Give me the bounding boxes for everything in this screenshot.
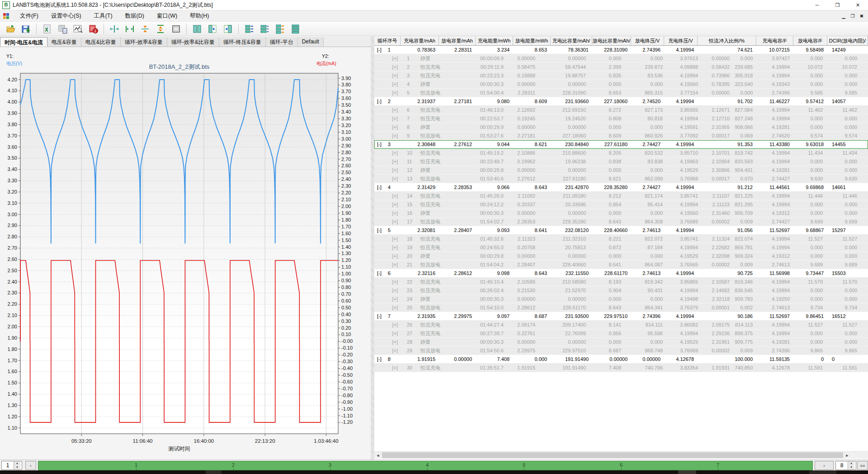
- menu-item[interactable]: 数据(D): [119, 11, 151, 21]
- mdi-minimize-button[interactable]: ▁: [839, 12, 848, 20]
- step-row-12[interactable]: [+]12静置00:00:29.80.000000.000000.0000.00…: [374, 166, 868, 175]
- column-header[interactable]: 放电容量/mAh: [439, 36, 476, 45]
- curve-inspect-icon[interactable]: [72, 23, 84, 35]
- scroll-left-icon[interactable]: ◄: [374, 452, 382, 459]
- expand-icon[interactable]: [+]: [374, 149, 401, 157]
- menu-item[interactable]: 设置中心(S): [45, 11, 88, 21]
- step-row-4[interactable]: [+]4静置00:00:30.30.000000.000000.0000.000…: [374, 80, 868, 89]
- expand-icon[interactable]: [+]: [374, 303, 401, 312]
- column-header[interactable]: 循环序号: [374, 36, 401, 45]
- column-header[interactable]: 充电能量/mWh: [476, 36, 513, 45]
- step-row-10[interactable]: [+]10恒流充电01:45:19.22.10886210.886008.205…: [374, 149, 868, 157]
- column-header[interactable]: 放电比容量/mAh/: [592, 36, 631, 45]
- cycle-row-1[interactable]: [-]10.783632.283113.2348.65378.36301228.…: [374, 46, 868, 54]
- tab-8[interactable]: Default: [298, 37, 324, 47]
- column-header[interactable]: 放电能量/mWh: [513, 36, 551, 45]
- expand-icon[interactable]: [+]: [374, 192, 401, 200]
- column-header[interactable]: 恒流冲入比例/%: [698, 36, 756, 45]
- column-header[interactable]: 放电电容/F: [793, 36, 827, 45]
- step-row-29[interactable]: [+]29恒流放电01:54:50.62.29975229.975108.687…: [374, 346, 868, 355]
- step-row-16[interactable]: [+]16静置00:00:30.30.000000.000000.0000.00…: [374, 209, 868, 218]
- reset-zoom-icon[interactable]: [170, 23, 182, 35]
- column-header[interactable]: 充电终压/V: [664, 36, 698, 45]
- range-prev-button[interactable]: ‹: [25, 461, 36, 470]
- fit-horizontal-icon[interactable]: [124, 23, 136, 35]
- calculator-icon[interactable]: [57, 23, 68, 35]
- step-row-3[interactable]: [+]3恒压充电00:23:23.30.1988819.887570.83583…: [374, 71, 868, 80]
- collapse-vertical-icon[interactable]: [139, 23, 151, 35]
- close-button[interactable]: ✕: [848, 0, 868, 10]
- expand-icon[interactable]: [+]: [374, 321, 401, 329]
- cycle-row-8[interactable]: [-]81.919150.000007.4080.000191.914900.0…: [374, 355, 868, 364]
- expand-icon[interactable]: [+]: [374, 123, 401, 131]
- tab-3[interactable]: 电压&比容量: [81, 37, 121, 47]
- pane-left-icon[interactable]: [207, 23, 218, 35]
- collapse-icon[interactable]: [-]1: [374, 46, 401, 54]
- scroll-right-icon[interactable]: ►: [844, 452, 851, 459]
- step-row-9[interactable]: [+]9恒流放电01:53:27.62.27181227.180608.6098…: [374, 132, 868, 140]
- table-header[interactable]: 循环序号充电容量/mAh放电容量/mAh充电能量/mWh放电能量/mWh充电比容…: [374, 36, 868, 46]
- expand-horizontal-icon[interactable]: [108, 23, 120, 35]
- minimize-button[interactable]: ─: [807, 0, 827, 10]
- tab-2[interactable]: 电压&容量: [47, 37, 81, 47]
- tab-7[interactable]: 循环-平台: [266, 37, 298, 47]
- expand-icon[interactable]: [+]: [374, 175, 401, 183]
- step-row-28[interactable]: [+]28静置00:00:30.30.000000.000000.0000.00…: [374, 338, 868, 346]
- collapse-icon[interactable]: [-]6: [374, 269, 401, 277]
- menu-item[interactable]: 工具(T): [88, 11, 119, 21]
- expand-icon[interactable]: [+]: [374, 235, 401, 243]
- expand-icon[interactable]: [+]: [374, 106, 401, 114]
- open-folder-icon[interactable]: [5, 23, 16, 35]
- collapse-icon[interactable]: [-]3: [374, 140, 401, 148]
- column-header[interactable]: DCIR(放电内阻)/: [827, 36, 868, 45]
- step-row-8[interactable]: [+]8静置00:00:29.90.000000.000000.0000.000…: [374, 123, 868, 132]
- expand-icon[interactable]: [+]: [374, 329, 401, 337]
- expand-icon[interactable]: [+]: [374, 346, 401, 355]
- step-row-27[interactable]: [+]27恒压充电00:27:39.70.2276122.760990.9569…: [374, 329, 868, 338]
- expand-icon[interactable]: [+]: [374, 218, 401, 226]
- expand-icon[interactable]: [+]: [374, 166, 401, 174]
- expand-icon[interactable]: [+]: [374, 278, 401, 286]
- step-row-20[interactable]: [+]20静置00:00:29.80.000000.000000.0000.00…: [374, 252, 868, 261]
- time-voltage-current-chart[interactable]: Y1:电压(V)Y2:电流(mA)BT-2018A_2_2测试.bts4.204…: [0, 47, 371, 460]
- step-row-30[interactable]: [+]30恒流充电01:35:51.71.91915191.914907.408…: [374, 364, 868, 372]
- range-end-spinner[interactable]: 8 ▲▼: [835, 461, 856, 470]
- expand-icon[interactable]: [+]: [374, 80, 401, 88]
- range-next-button[interactable]: ›: [815, 461, 834, 470]
- expand-icon[interactable]: [+]: [374, 243, 401, 251]
- range-end-value[interactable]: 8: [836, 461, 848, 469]
- range-start-spinner[interactable]: 1 ▲▼: [1, 461, 22, 470]
- mdi-close-button[interactable]: ✖: [857, 12, 866, 20]
- table-view-icon[interactable]: [274, 23, 286, 35]
- step-row-6[interactable]: [+]6恒流充电01:46:13.02.12692212.691508.2728…: [374, 106, 868, 114]
- step-row-21[interactable]: [+]21恒流放电01:54:04.22.28407228.406608.641…: [374, 261, 868, 269]
- expand-icon[interactable]: [+]: [374, 132, 401, 140]
- step-row-5[interactable]: [+]5恒流放电01:54:00.42.28311228.310908.6538…: [374, 89, 868, 97]
- cycle-row-4[interactable]: [-]42.314292.283539.0668.643231.42870228…: [374, 183, 868, 192]
- step-row-14[interactable]: [+]14恒流充电01:45:26.02.11092211.091808.212…: [374, 192, 868, 200]
- tab-5[interactable]: 循环-效率&比容量: [167, 37, 219, 47]
- tab-6[interactable]: 循环-终压&容量: [219, 37, 266, 47]
- report-info-icon[interactable]: i: [87, 23, 99, 35]
- column-header[interactable]: 放电终压/V: [631, 36, 664, 45]
- range-start-value[interactable]: 1: [2, 461, 14, 469]
- expand-icon[interactable]: [+]: [374, 54, 401, 62]
- mdi-restore-button[interactable]: ❐: [848, 12, 857, 20]
- pane-right-icon[interactable]: [222, 23, 234, 35]
- expand-icon[interactable]: [+]: [374, 63, 401, 71]
- cycle-row-7[interactable]: [-]72.319352.299759.0978.687231.93500229…: [374, 312, 868, 321]
- panel-splitter[interactable]: [371, 36, 374, 460]
- list-view-icon[interactable]: [243, 23, 255, 35]
- expand-icon[interactable]: [+]: [374, 286, 401, 294]
- expand-icon[interactable]: [+]: [374, 295, 401, 303]
- menu-item[interactable]: 帮助(H): [184, 11, 215, 21]
- step-row-18[interactable]: [+]18恒流充电01:45:32.62.11323211.323108.221…: [374, 235, 868, 243]
- step-row-19[interactable]: [+]19恒压充电00:24:55.00.2075820.758130.8728…: [374, 243, 868, 252]
- spinner-arrows-icon[interactable]: ▲▼: [848, 461, 854, 469]
- collapse-icon[interactable]: [-]4: [374, 183, 401, 191]
- tab-1[interactable]: 时间-电压&电流: [0, 37, 47, 47]
- step-row-2[interactable]: [+]2恒流充电00:29:11.90.5847558.475442.39923…: [374, 63, 868, 71]
- expand-icon[interactable]: [+]: [374, 364, 401, 372]
- expand-icon[interactable]: [+]: [374, 261, 401, 269]
- scrollbar-thumb[interactable]: [382, 452, 843, 458]
